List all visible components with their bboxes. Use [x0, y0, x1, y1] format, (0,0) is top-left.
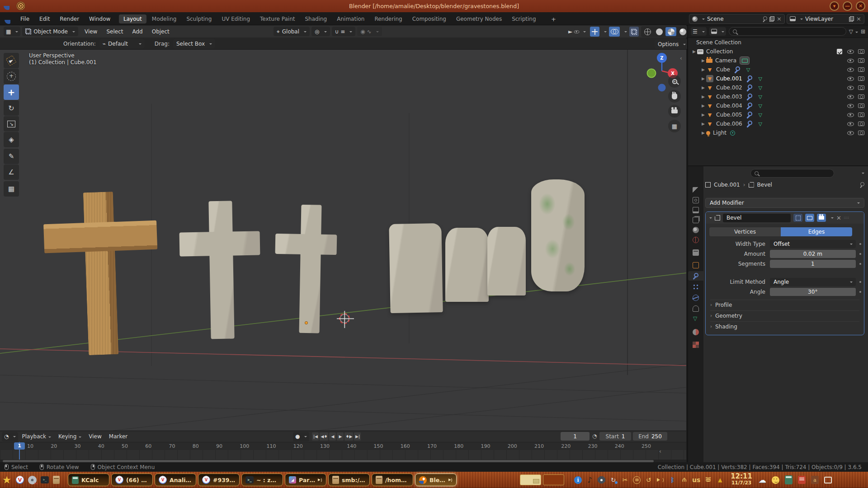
collection-checkbox[interactable] [837, 49, 842, 54]
tab-modifiers[interactable] [688, 271, 703, 281]
add-workspace-button[interactable]: + [547, 14, 561, 24]
collapsed-section[interactable]: ›Profile [710, 300, 859, 310]
property-field[interactable]: 0.02 m [770, 250, 856, 258]
taskbar-window-button[interactable]: V AnalieSt... [155, 474, 196, 486]
timeline-menu-item[interactable]: Playback [18, 433, 55, 440]
mossy-stone-object[interactable] [531, 179, 585, 291]
gravestone-slab-3-object[interactable] [487, 227, 526, 296]
expand-arrow-icon[interactable]: ▶ [702, 113, 706, 117]
expand-arrow-icon[interactable]: ▶ [702, 58, 706, 63]
hide-eye-toggle[interactable] [847, 113, 854, 117]
gizmos-dropdown[interactable] [604, 31, 607, 34]
outliner-row-scene-collection[interactable]: Scene Collection [688, 38, 868, 47]
tab-output[interactable] [688, 205, 703, 215]
scene-selector[interactable]: Scene × [689, 14, 785, 24]
disable-render-toggle[interactable] [858, 76, 864, 81]
minimize-button[interactable]: — [843, 1, 852, 11]
tray-emoji-icon[interactable] [772, 476, 779, 484]
tray-bluetooth-icon[interactable]: ᛒ [669, 475, 676, 484]
tool-scale[interactable] [4, 116, 19, 131]
unlink-scene-icon[interactable]: × [777, 16, 782, 22]
disable-render-toggle[interactable] [858, 113, 864, 117]
outliner-row[interactable]: ▶ Cube.002 [688, 83, 868, 92]
remove-view-layer-icon[interactable]: × [856, 16, 861, 22]
modifier-panel-header[interactable]: Bevel ✕ ∷∷ [706, 212, 864, 224]
orientation-dropdown[interactable]: ⌁ Default [99, 39, 145, 48]
tray-clock[interactable]: 12:11 11/7/23 [727, 473, 756, 485]
window-titlebar[interactable]: Blender [/home/amalie/Desktop/blender/gr… [0, 0, 868, 12]
tray-wifi-icon[interactable]: ((( [704, 476, 713, 484]
disable-render-toggle[interactable] [858, 85, 864, 90]
tool-annotate[interactable] [4, 149, 19, 164]
launcher-files[interactable] [53, 476, 60, 484]
modifier-extras-dropdown[interactable] [831, 217, 834, 220]
new-scene-icon[interactable] [769, 16, 774, 22]
menu-item[interactable]: Render [55, 16, 84, 22]
workspace-tab[interactable]: UV Editing [217, 14, 255, 23]
wooden-cross-object[interactable] [42, 188, 161, 359]
new-view-layer-icon[interactable] [849, 16, 854, 22]
taskbar-window-button[interactable]: V (66) 3D ... [111, 474, 153, 486]
expand-arrow-icon[interactable]: ▶ [702, 94, 706, 99]
tray-vault-icon[interactable] [598, 476, 605, 483]
outliner-row[interactable]: ▶ Light [688, 128, 868, 137]
current-frame-badge[interactable]: 1 [14, 442, 25, 450]
tray-volume-icon[interactable] [656, 476, 665, 483]
play-button[interactable]: ▶ [337, 432, 344, 441]
snapping-toggle[interactable]: ∪ ≡ [332, 27, 356, 36]
use-preview-range-icon[interactable]: ◔ [592, 433, 597, 439]
outliner-row[interactable]: ▶ Cube.004 [688, 101, 868, 110]
app-menu-icon[interactable] [5, 15, 12, 22]
tray-keyboard-layout[interactable]: us [692, 475, 700, 484]
workspace-tab[interactable]: Sculpting [182, 14, 216, 23]
tab-scene[interactable] [688, 225, 703, 235]
overlays-toggle[interactable] [609, 27, 620, 37]
gravestone-slab-1-object[interactable] [389, 223, 443, 313]
jump-to-start-button[interactable]: |◀ [312, 432, 319, 441]
outliner-row[interactable]: ▶ Cube.005 [688, 110, 868, 119]
disable-render-toggle[interactable] [858, 94, 864, 99]
remove-modifier-button[interactable]: ✕ [836, 215, 841, 221]
expand-arrow-icon[interactable]: ▶ [702, 103, 706, 108]
hide-eye-toggle[interactable] [847, 77, 854, 81]
expand-arrow-icon[interactable]: ▶ [702, 85, 706, 90]
tab-texture[interactable] [688, 340, 703, 349]
tab-particles[interactable] [688, 282, 703, 291]
property-field[interactable]: Offset [770, 240, 856, 248]
virtual-desktop-1[interactable] [520, 474, 541, 485]
outliner-filter-mode[interactable] [709, 27, 726, 36]
virtual-desktop-2[interactable] [543, 474, 564, 485]
tray-calculator-icon[interactable] [785, 475, 793, 484]
disable-render-toggle[interactable] [858, 67, 864, 72]
frame-start-field[interactable]: Start1 [599, 432, 631, 441]
tray-notes-icon[interactable] [798, 476, 806, 484]
mode-selector[interactable]: Object Mode [22, 27, 78, 36]
realtime-display-toggle[interactable] [805, 214, 814, 222]
expand-arrow-icon[interactable]: ▶ [702, 67, 706, 72]
tool-move[interactable] [4, 84, 19, 100]
orthographic-toggle-button[interactable]: ▦ [668, 120, 681, 132]
tab-collection[interactable] [688, 248, 703, 257]
timeline-tracks[interactable] [0, 450, 686, 460]
disable-render-toggle[interactable] [858, 122, 864, 126]
hide-eye-toggle[interactable] [847, 104, 854, 108]
properties-search-input[interactable] [750, 169, 834, 178]
tab-tool[interactable] [688, 185, 703, 195]
menu-item[interactable]: Window [84, 16, 115, 22]
outliner-row[interactable]: ▶ Cube [688, 65, 868, 74]
hide-eye-toggle[interactable] [847, 68, 854, 72]
menu-item[interactable]: File [15, 16, 34, 22]
tab-constraints[interactable] [688, 304, 703, 313]
shading-solid-button[interactable] [654, 27, 665, 36]
hide-eye-toggle[interactable] [847, 122, 854, 126]
show-desktop-button[interactable] [824, 477, 832, 483]
tool-cursor[interactable] [4, 69, 19, 84]
tray-media-player-icon[interactable]: ♪ [586, 475, 594, 484]
workspace-tab[interactable]: Compositing [408, 14, 451, 23]
auto-keying-toggle[interactable]: ● [293, 432, 309, 441]
xray-toggle[interactable] [629, 27, 639, 37]
tab-physics[interactable] [688, 293, 703, 302]
property-field[interactable]: 1 [770, 260, 856, 268]
animate-decorator-dot[interactable] [859, 291, 862, 293]
disable-render-toggle[interactable] [858, 58, 864, 63]
